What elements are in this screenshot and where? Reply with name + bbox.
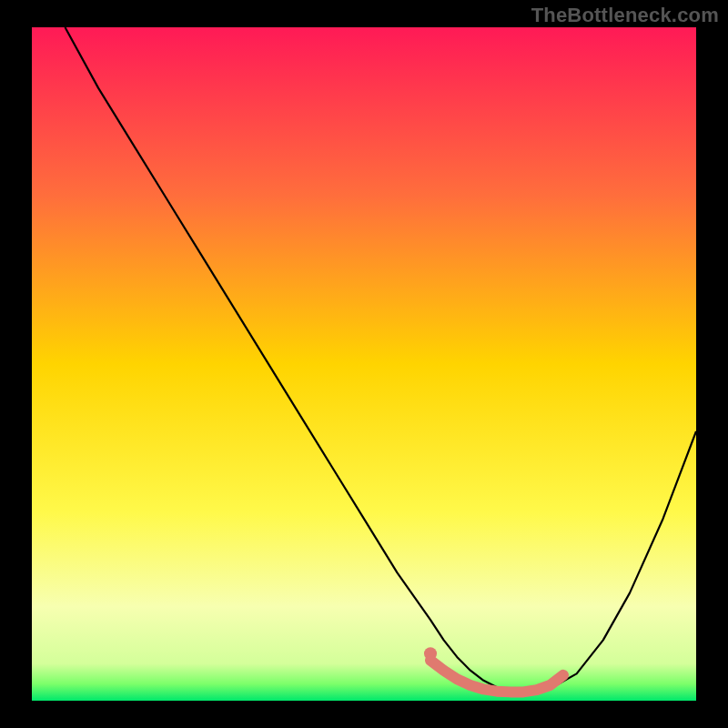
chart-stage: TheBottleneck.com: [0, 0, 728, 728]
plot-background: [32, 27, 696, 701]
watermark-text: TheBottleneck.com: [531, 4, 719, 27]
chart-svg: [0, 0, 728, 728]
